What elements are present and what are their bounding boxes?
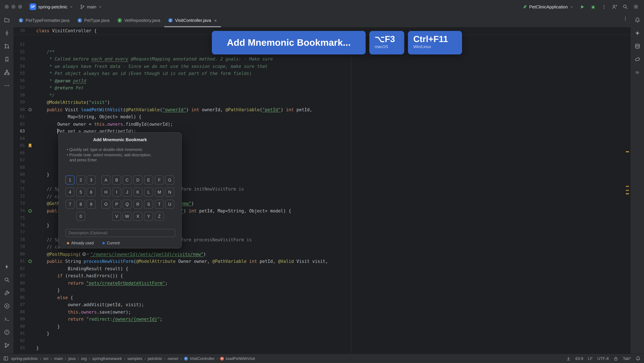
breadcrumb-owner[interactable]: owner — [168, 356, 178, 361]
project-widget[interactable]: SP spring-petclinic — [27, 2, 76, 12]
code-line-60[interactable]: 60 public Visit loadPetWithVisit(@PathVa… — [14, 106, 630, 113]
mnemonic-key-7[interactable]: 7 — [66, 200, 74, 209]
breadcrumb-samples[interactable]: samples — [127, 356, 142, 361]
code-line-57[interactable]: 57 * @return Pet — [14, 84, 630, 92]
mnemonic-key-G[interactable]: G — [165, 175, 174, 185]
code-line-53[interactable]: 53 * Called before each and every @Reque… — [14, 56, 630, 63]
branch-widget[interactable]: main — [77, 3, 104, 11]
endpoint-gutter-icon[interactable] — [28, 208, 33, 214]
line-number[interactable]: 86 — [14, 294, 25, 301]
line-number[interactable]: 73 — [14, 200, 25, 207]
code-line-82[interactable]: 82 BindingResult result) { — [14, 265, 630, 272]
tab-options-icon[interactable] — [623, 16, 628, 21]
line-number[interactable]: 79 — [14, 243, 25, 251]
bookmark-gutter-icon[interactable] — [28, 143, 33, 149]
code-line-92[interactable]: 92 — [14, 337, 630, 344]
notifications-bell-icon[interactable] — [636, 356, 641, 361]
breadcrumb-VisitController[interactable]: CVisitController — [184, 356, 215, 361]
maximize-window-icon[interactable] — [18, 5, 22, 9]
breadcrumb-org[interactable]: org — [81, 356, 87, 361]
bell-button[interactable] — [633, 16, 642, 24]
line-number[interactable]: 53 — [14, 56, 25, 63]
line-number[interactable]: 65 — [14, 142, 25, 149]
tab-pettype-java[interactable]: CPetType.java — [74, 14, 114, 27]
line-number[interactable]: 39 — [14, 27, 25, 35]
code-line-56[interactable]: 56 * @param petId — [14, 77, 630, 84]
ai-button[interactable] — [633, 29, 642, 37]
tab-visitcontroller-java[interactable]: CVisitController.java× — [164, 14, 221, 27]
bookmark-button[interactable] — [2, 55, 11, 64]
database-button[interactable] — [633, 42, 642, 51]
mnemonic-key-2[interactable]: 2 — [76, 175, 85, 185]
line-number[interactable]: 90 — [14, 323, 25, 330]
mnemonic-key-F[interactable]: F — [155, 175, 164, 185]
line-number[interactable]: 55 — [14, 70, 25, 77]
line-number[interactable]: 85 — [14, 287, 25, 294]
caret-position[interactable]: 63:9 — [575, 356, 583, 361]
zap-button[interactable] — [2, 262, 11, 271]
mnemonic-key-Z[interactable]: Z — [155, 212, 164, 221]
line-number[interactable]: 87 — [14, 301, 25, 308]
mnemonic-key-4[interactable]: 4 — [66, 188, 74, 197]
code-line-62[interactable]: 62 Owner owner = this.owners.findById(ow… — [14, 121, 630, 128]
line-number[interactable]: 91 — [14, 330, 25, 337]
search-button[interactable] — [2, 275, 11, 284]
line-number[interactable]: 92 — [14, 337, 25, 344]
code-line-93[interactable]: 93} — [14, 344, 630, 352]
download-indicator-icon[interactable] — [566, 356, 571, 361]
line-number[interactable]: 69 — [14, 171, 25, 178]
run-button[interactable] — [578, 2, 587, 12]
line-number[interactable]: 67 — [14, 157, 25, 164]
line-number[interactable]: 93 — [14, 344, 25, 352]
mnemonic-key-S[interactable]: S — [144, 200, 153, 209]
breadcrumb-main[interactable]: main — [54, 356, 63, 361]
code-line-84[interactable]: 84 return "pets/createOrUpdateVisitForm"… — [14, 279, 630, 287]
mnemonic-key-K[interactable]: K — [133, 188, 142, 197]
line-number[interactable]: 64 — [14, 135, 25, 142]
line-number[interactable]: 77 — [14, 229, 25, 236]
code-line-58[interactable]: 58 */ — [14, 92, 630, 99]
bean-gutter-icon[interactable] — [28, 107, 33, 112]
tool-window-layout-icon[interactable] — [3, 356, 8, 361]
mnemonic-key-6[interactable]: 6 — [87, 188, 96, 197]
line-number[interactable]: 57 — [14, 84, 25, 92]
line-number[interactable]: 75 — [14, 214, 25, 222]
mnemonic-key-I[interactable]: I — [112, 188, 121, 197]
mnemonic-key-W[interactable]: W — [122, 212, 132, 221]
gradle-button[interactable] — [633, 55, 642, 64]
code-editor[interactable]: 39class VisitController {5152 /**53 * Ca… — [14, 27, 630, 353]
line-number[interactable]: 80 — [14, 251, 25, 258]
mnemonic-key-A[interactable]: A — [102, 175, 110, 185]
breadcrumb-loadPetWithVisit[interactable]: mloadPetWithVisit — [220, 356, 255, 361]
mnemonic-key-L[interactable]: L — [144, 188, 153, 197]
mnemonic-key-Q[interactable]: Q — [122, 200, 132, 209]
mnemonic-key-E[interactable]: E — [144, 175, 153, 185]
mnemonic-key-H[interactable]: H — [102, 188, 110, 197]
code-with-me-button[interactable] — [610, 2, 619, 12]
problems-button[interactable] — [2, 328, 11, 336]
code-line-89[interactable]: 89 return "redirect:/owners/{ownerId}"; — [14, 316, 630, 323]
line-number[interactable]: 66 — [14, 149, 25, 157]
mnemonic-key-J[interactable]: J — [122, 188, 132, 197]
mnemonic-key-Y[interactable]: Y — [144, 212, 153, 221]
code-line-87[interactable]: 87 owner.addVisit(petId, visit); — [14, 301, 630, 308]
mnemonic-key-N[interactable]: N — [165, 188, 174, 197]
code-line-80[interactable]: 80 @PostMapping("/owners/{ownerId}/pets/… — [14, 251, 630, 258]
line-number[interactable]: 84 — [14, 279, 25, 287]
code-line-86[interactable]: 86 else { — [14, 294, 630, 301]
tab-pettypeformatter-java[interactable]: CPetTypeFormatter.java — [15, 14, 74, 27]
code-line-85[interactable]: 85 } — [14, 287, 630, 294]
mnemonic-key-X[interactable]: X — [133, 212, 142, 221]
file-encoding[interactable]: UTF-8 — [597, 356, 609, 361]
structure-button[interactable] — [2, 68, 11, 77]
code-line-81[interactable]: 81 public String processNewVisitForm(@Mo… — [14, 258, 630, 265]
mnemonic-key-U[interactable]: U — [165, 200, 174, 209]
mnemonic-key-T[interactable]: T — [155, 200, 164, 209]
branch-button[interactable] — [2, 341, 11, 349]
line-number[interactable]: 60 — [14, 106, 25, 113]
mnemonic-key-D[interactable]: D — [133, 175, 142, 185]
line-number[interactable]: 62 — [14, 121, 25, 128]
maven-button[interactable]: m — [633, 68, 642, 77]
breadcrumb-src[interactable]: src — [43, 356, 49, 361]
terminal-button[interactable] — [2, 315, 11, 323]
